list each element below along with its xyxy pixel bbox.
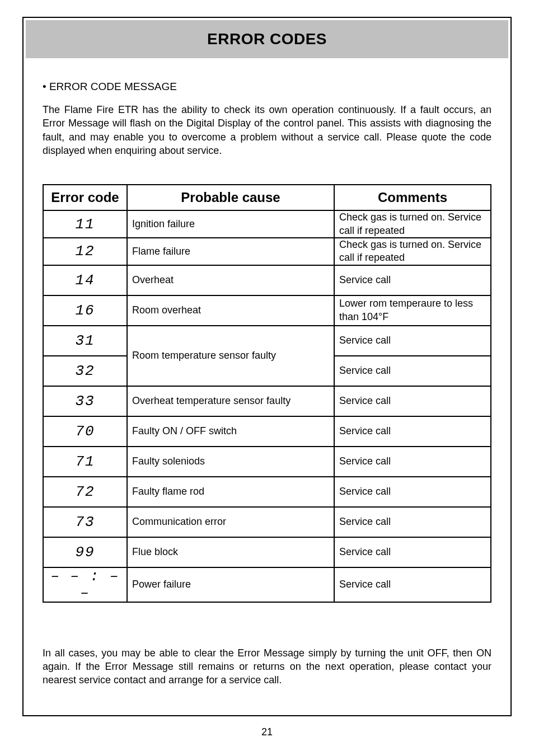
page-content: ERROR CODES • ERROR CODE MESSAGE The Fla… (26, 20, 508, 713)
header-probable-cause: Probable cause (127, 185, 334, 210)
error-code: 72 (43, 477, 127, 507)
probable-cause: Communication error (127, 507, 334, 537)
error-code: 14 (43, 265, 127, 295)
probable-cause: Room temperature sensor faulty (127, 326, 334, 386)
error-code: 33 (43, 386, 127, 416)
probable-cause: Overheat (127, 265, 334, 295)
table-row: 99 Flue block Service call (43, 537, 491, 567)
comment: Service call (334, 537, 491, 567)
probable-cause: Room overheat (127, 295, 334, 326)
comment: Lower rom temperaure to less than 104°F (334, 295, 491, 326)
error-code: 32 (43, 356, 127, 386)
comment: Service call (334, 416, 491, 447)
title-bar: ERROR CODES (26, 20, 508, 58)
intro-paragraph: The Flame Fire ETR has the ability to ch… (43, 103, 491, 157)
footer-paragraph: In all cases, you may be able to clear t… (43, 646, 491, 687)
comment: Service call (334, 477, 491, 507)
table-header-row: Error code Probable cause Comments (43, 185, 491, 210)
content-area: • ERROR CODE MESSAGE The Flame Fire ETR … (26, 58, 508, 698)
error-code: 70 (43, 416, 127, 447)
comment: Service call (334, 326, 491, 356)
error-codes-table: Error code Probable cause Comments 11 Ig… (43, 184, 491, 603)
comment: Service call (334, 447, 491, 477)
table-row: 71 Faulty soleniods Service call (43, 447, 491, 477)
error-code: 12 (43, 238, 127, 265)
error-code: – – : – – (43, 567, 127, 602)
probable-cause: Faulty soleniods (127, 447, 334, 477)
comment: Service call (334, 356, 491, 386)
table-row: – – : – – Power failure Service call (43, 567, 491, 602)
table-row: 12 Flame failure Check gas is turned on.… (43, 238, 491, 265)
page-frame: ERROR CODES • ERROR CODE MESSAGE The Fla… (22, 17, 512, 716)
page-number: 21 (22, 726, 512, 738)
header-comments: Comments (334, 185, 491, 210)
comment: Check gas is turned on. Service call if … (334, 210, 491, 238)
comment: Check gas is turned on. Service call if … (334, 238, 491, 265)
error-code: 71 (43, 447, 127, 477)
probable-cause: Ignition failure (127, 210, 334, 238)
header-error-code: Error code (43, 185, 127, 210)
probable-cause: Overheat temperature sensor faulty (127, 386, 334, 416)
table-row: 72 Faulty flame rod Service call (43, 477, 491, 507)
error-code: 73 (43, 507, 127, 537)
table-row: 70 Faulty ON / OFF switch Service call (43, 416, 491, 447)
table-row: 73 Communication error Service call (43, 507, 491, 537)
comment: Service call (334, 567, 491, 602)
probable-cause: Faulty ON / OFF switch (127, 416, 334, 447)
probable-cause: Flame failure (127, 238, 334, 265)
comment: Service call (334, 507, 491, 537)
table-row: 33 Overheat temperature sensor faulty Se… (43, 386, 491, 416)
table-row: 16 Room overheat Lower rom temperaure to… (43, 295, 491, 326)
table-row: 31 Room temperature sensor faulty Servic… (43, 326, 491, 356)
error-code: 31 (43, 326, 127, 356)
error-code: 16 (43, 295, 127, 326)
page-title: ERROR CODES (26, 30, 508, 48)
probable-cause: Faulty flame rod (127, 477, 334, 507)
probable-cause: Power failure (127, 567, 334, 602)
table-row: 14 Overheat Service call (43, 265, 491, 295)
comment: Service call (334, 265, 491, 295)
error-code: 99 (43, 537, 127, 567)
table-row: 11 Ignition failure Check gas is turned … (43, 210, 491, 238)
error-code: 11 (43, 210, 127, 238)
comment: Service call (334, 386, 491, 416)
probable-cause: Flue block (127, 537, 334, 567)
section-heading: • ERROR CODE MESSAGE (43, 81, 491, 93)
